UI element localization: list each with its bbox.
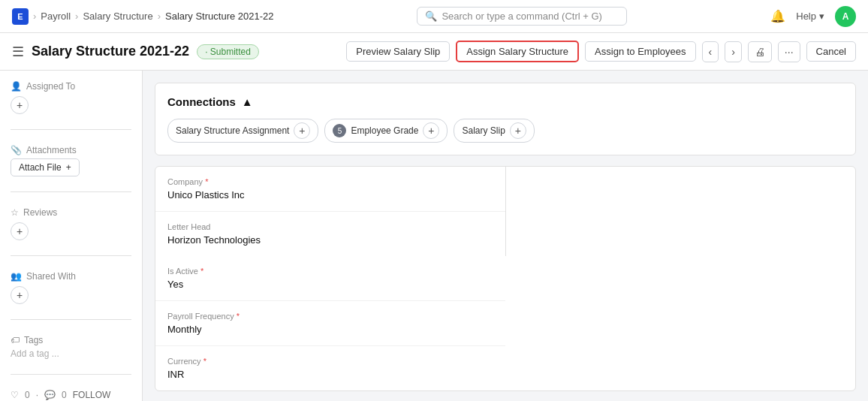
shared-with-add-button[interactable]: +: [11, 286, 29, 304]
shared-with-section: 👥 Shared With +: [11, 271, 131, 304]
tags-label: 🏷 Tags: [11, 335, 131, 345]
attachments-label: 📎 Attachments: [11, 145, 131, 155]
status-badge: · Submitted: [197, 44, 259, 59]
currency-field: Currency * INR: [155, 346, 505, 390]
reviews-label: ☆ Reviews: [11, 207, 131, 218]
attach-file-label: Attach File: [19, 162, 62, 173]
assign-salary-structure-button[interactable]: Assign Salary Structure: [456, 41, 579, 62]
chip-badge-eg: 5: [333, 124, 346, 137]
shared-with-label: 👥 Shared With: [11, 271, 131, 282]
sep1: ›: [33, 11, 36, 22]
is-active-field: Is Active * Yes: [155, 256, 505, 301]
chip-label-ssa: Salary Structure Assignment: [176, 125, 289, 136]
layout: 👤 Assigned To + 📎 Attachments Attach Fil…: [0, 71, 868, 401]
tags-section: 🏷 Tags Add a tag ...: [11, 335, 131, 359]
letter-head-value: Horizon Technologies: [167, 234, 493, 246]
page-title: Salary Structure 2021-22: [32, 44, 189, 59]
add-tag-text[interactable]: Add a tag ...: [11, 348, 131, 359]
chip-employee-grade[interactable]: 5 Employee Grade +: [324, 119, 448, 143]
notification-icon[interactable]: 🔔: [770, 9, 785, 23]
fields-card: Company * Unico Plastics Inc Letter Head…: [155, 166, 856, 391]
page-header-right: Preview Salary Slip Assign Salary Struct…: [346, 41, 856, 62]
print-button[interactable]: 🖨: [748, 41, 772, 62]
star-icon: ☆: [11, 207, 19, 218]
is-active-req: *: [200, 267, 203, 276]
page-header: ☰ Salary Structure 2021-22 · Submitted P…: [0, 33, 868, 71]
share-icon: 👥: [11, 271, 22, 282]
attach-file-button[interactable]: Attach File +: [11, 158, 80, 176]
letter-head-field: Letter Head Horizon Technologies: [155, 212, 505, 256]
nav-right: 🔔 Help ▾ A: [770, 6, 856, 27]
assigned-to-add-button[interactable]: +: [11, 96, 29, 114]
search-icon: 🔍: [425, 11, 437, 22]
divider-3: [11, 255, 131, 256]
payroll-frequency-value: Monthly: [167, 324, 493, 335]
chip-label-eg: Employee Grade: [351, 125, 418, 136]
fields-left-col: Company * Unico Plastics Inc Letter Head…: [155, 167, 505, 256]
search-bar[interactable]: 🔍 Search or type a command (Ctrl + G): [417, 7, 627, 26]
more-options-button[interactable]: ···: [778, 41, 800, 62]
currency-req: *: [203, 357, 206, 366]
divider-2: [11, 191, 131, 192]
follow-button[interactable]: FOLLOW: [73, 390, 111, 400]
payroll-frequency-field: Payroll Frequency * Monthly: [155, 301, 505, 346]
fields-right-col: Is Active * Yes Payroll Frequency * Mont…: [155, 256, 505, 390]
connections-card: Connections ▲ Salary Structure Assignmen…: [155, 83, 856, 155]
attach-file-plus-icon: +: [66, 162, 71, 173]
main-content: Connections ▲ Salary Structure Assignmen…: [143, 71, 868, 401]
breadcrumb-area: E › Payroll › Salary Structure › Salary …: [12, 8, 274, 25]
is-active-value: Yes: [167, 279, 493, 290]
payroll-frequency-label: Payroll Frequency *: [167, 312, 493, 321]
connection-chips: Salary Structure Assignment + 5 Employee…: [167, 119, 843, 143]
assigned-to-label: 👤 Assigned To: [11, 81, 131, 92]
cancel-button[interactable]: Cancel: [806, 41, 856, 62]
comments-count: 0: [62, 390, 67, 400]
page-header-left: ☰ Salary Structure 2021-22 · Submitted: [12, 44, 259, 60]
company-label: Company *: [167, 177, 493, 186]
fields-grid: Company * Unico Plastics Inc Letter Head…: [155, 167, 855, 390]
help-menu[interactable]: Help ▾: [796, 11, 824, 22]
preview-salary-slip-button[interactable]: Preview Salary Slip: [346, 41, 450, 62]
chip-salary-slip[interactable]: Salary Slip +: [454, 119, 534, 143]
breadcrumb-current: Salary Structure 2021-22: [165, 11, 274, 22]
payroll-freq-req: *: [237, 312, 240, 321]
top-nav: E › Payroll › Salary Structure › Salary …: [0, 0, 868, 33]
connections-title: Connections ▲: [167, 95, 253, 108]
breadcrumb-payroll[interactable]: Payroll: [41, 11, 71, 22]
reviews-add-button[interactable]: +: [11, 222, 29, 240]
prev-button[interactable]: ‹: [702, 41, 719, 62]
comment-icon: 💬: [44, 390, 56, 400]
sidebar-footer: ♡ 0 · 💬 0 FOLLOW: [11, 390, 131, 400]
connections-header: Connections ▲: [167, 95, 843, 108]
chevron-down-icon: ▾: [819, 11, 824, 22]
assign-to-employees-button[interactable]: Assign to Employees: [585, 41, 695, 62]
company-field: Company * Unico Plastics Inc: [155, 167, 505, 212]
help-label: Help: [796, 11, 816, 22]
divider-1: [11, 129, 131, 130]
chip-label-ss: Salary Slip: [462, 125, 505, 136]
chip-salary-structure-assignment[interactable]: Salary Structure Assignment +: [167, 119, 318, 143]
chip-add-eg[interactable]: +: [423, 122, 439, 139]
search-area: 🔍 Search or type a command (Ctrl + G): [274, 7, 771, 26]
breadcrumb-salary-structure[interactable]: Salary Structure: [83, 11, 152, 22]
user-avatar[interactable]: A: [835, 6, 856, 27]
company-req: *: [205, 177, 208, 186]
fields-col-divider: [505, 167, 855, 256]
person-icon: 👤: [11, 81, 22, 92]
currency-value: INR: [167, 369, 493, 380]
sidebar: 👤 Assigned To + 📎 Attachments Attach Fil…: [0, 71, 143, 401]
collapse-icon[interactable]: ▲: [242, 95, 253, 108]
app-icon[interactable]: E: [12, 8, 29, 25]
sep2: ›: [75, 11, 78, 22]
reviews-section: ☆ Reviews +: [11, 207, 131, 240]
company-value: Unico Plastics Inc: [167, 189, 493, 200]
next-button[interactable]: ›: [725, 41, 742, 62]
attachments-section: 📎 Attachments Attach File +: [11, 145, 131, 176]
divider-5: [11, 374, 131, 375]
hamburger-menu[interactable]: ☰: [12, 44, 24, 60]
chip-add-ssa[interactable]: +: [294, 122, 310, 139]
attachment-icon: 📎: [11, 145, 22, 155]
likes-count: 0: [25, 390, 30, 400]
sep3: ›: [158, 11, 161, 22]
chip-add-ss[interactable]: +: [510, 122, 526, 139]
